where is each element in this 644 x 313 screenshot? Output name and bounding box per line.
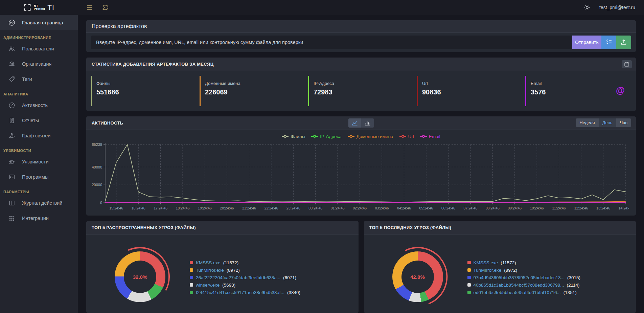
stat-tile-label: Файлы bbox=[96, 81, 183, 86]
wwwglobe-icon: WWW bbox=[289, 85, 300, 97]
legend-item[interactable]: Доменные имена bbox=[348, 134, 393, 139]
threat-name-link[interactable]: TunMirror.exe bbox=[474, 268, 502, 273]
threat-legend-row: 26af2222204fca27c0fdabf9eefbfdb638a... (… bbox=[190, 274, 300, 281]
line-chart-toggle-button[interactable] bbox=[348, 118, 361, 128]
stat-tile-value: 226069 bbox=[205, 88, 292, 96]
threat-name-link[interactable]: winserv.exe bbox=[196, 283, 220, 288]
sidebar-item-activity[interactable]: Активность bbox=[0, 97, 78, 113]
sidebar-item-journal[interactable]: Журнал действий bbox=[0, 195, 78, 210]
submit-button[interactable]: Отправить bbox=[572, 36, 601, 49]
threat-name-link[interactable]: TunMirror.exe bbox=[196, 268, 224, 273]
legend-item[interactable]: Url bbox=[399, 134, 414, 139]
top-common-threats-body: 32.0% KMSSS.exe (11572) TunMirror.exe (8… bbox=[86, 234, 359, 309]
hamburger-menu-button[interactable] bbox=[87, 5, 93, 10]
svg-text:20000: 20000 bbox=[92, 183, 102, 187]
artifact-search-input[interactable] bbox=[91, 36, 572, 49]
activity-icon bbox=[8, 102, 15, 109]
svg-text:@: @ bbox=[616, 85, 625, 95]
sidebar-item-bug[interactable]: Уязвимости bbox=[0, 154, 78, 169]
calendar-button[interactable] bbox=[622, 60, 632, 68]
threat-legend-row: 97b4d943605bbb3878f952e05bdebadec13... (… bbox=[467, 274, 581, 281]
threat-name-link[interactable]: 26af2222204fca27c0fdabf9eefbfdb638a... bbox=[196, 275, 280, 280]
recent-threats-legend: KMSSS.exe (11572) TunMirror.exe (8972) 9… bbox=[467, 259, 581, 296]
donut-hole: 42.8% bbox=[401, 261, 434, 293]
svg-text:0: 0 bbox=[100, 201, 102, 205]
threat-marker bbox=[190, 268, 193, 272]
stats-card: СТАТИСТИКА ДОБАВЛЕНИЯ АРТЕФАКТОВ ЗА МЕСЯ… bbox=[86, 58, 636, 111]
activity-chart: 020000400006523815:24:4616:24:4617:24:46… bbox=[89, 140, 629, 213]
sidebar-section-title: АДМИНИСТРИРОВАНИЕ bbox=[0, 36, 78, 40]
user-email[interactable]: test_pmi@test.ru bbox=[599, 5, 635, 10]
at-icon: @ bbox=[615, 85, 626, 97]
upload-button[interactable] bbox=[616, 36, 631, 49]
sidebar-item-integrations[interactable]: Интеграции bbox=[0, 210, 78, 226]
stat-tile-value: 3576 bbox=[531, 88, 618, 96]
threat-name-link[interactable]: ed01ebfbc9eb5bbea545af4d01bf5f10716... bbox=[474, 290, 561, 295]
sidebar-section-title: УЯЗВИМОСТИ bbox=[0, 149, 78, 153]
sidebar-item-terminal[interactable]: Программы bbox=[0, 169, 78, 184]
svg-text:02:24:46: 02:24:46 bbox=[353, 206, 367, 210]
period-button-неделя[interactable]: Неделя bbox=[576, 118, 598, 127]
legend-item[interactable]: IP-Адреса bbox=[311, 134, 341, 139]
svg-text:21:24:46: 21:24:46 bbox=[242, 206, 256, 210]
checklist-button[interactable] bbox=[601, 36, 616, 49]
artifact-check-body: Отправить bbox=[86, 33, 636, 52]
sidebar-item-label: Пользователи bbox=[22, 46, 54, 51]
svg-text:04:24:46: 04:24:46 bbox=[397, 206, 411, 210]
stats-tiles: Файлы 551686 Доменные имена 226069 WWWIP… bbox=[86, 71, 636, 111]
threat-count: (8972) bbox=[504, 268, 517, 273]
period-button-день[interactable]: День bbox=[599, 118, 616, 127]
upload-icon bbox=[620, 39, 627, 46]
sidebar-item-label: Интеграции bbox=[22, 216, 49, 221]
sidebar-item-graph[interactable]: Граф связей bbox=[0, 128, 78, 143]
legend-label: Url bbox=[408, 134, 414, 139]
svg-text:19:24:46: 19:24:46 bbox=[198, 206, 212, 210]
threat-count: (2114) bbox=[567, 283, 580, 288]
top-recent-threats-title: ТОП 5 ПОСЛЕДНИХ УГРОЗ (ФАЙЛЫ) bbox=[369, 225, 452, 230]
threat-count: (11572) bbox=[223, 260, 239, 265]
stat-tile-file: Файлы 551686 bbox=[91, 76, 197, 106]
threat-name-link[interactable]: 40b865d1c3ab1b8544bcf57c88edd306798... bbox=[474, 283, 564, 288]
checklist-icon bbox=[605, 39, 613, 46]
legend-marker-icon bbox=[399, 135, 406, 138]
legend-marker-icon bbox=[348, 135, 354, 138]
threat-marker bbox=[190, 283, 193, 287]
stat-tile-value: 90836 bbox=[422, 88, 509, 96]
theme-toggle-sun-icon[interactable] bbox=[584, 4, 591, 11]
donut-hole: 32.0% bbox=[124, 261, 156, 293]
top-recent-threats-body: 42.8% KMSSS.exe (11572) TunMirror.exe (8… bbox=[364, 234, 636, 309]
sidebar-item-broadcast[interactable]: Главная страница bbox=[0, 15, 78, 30]
sidebar-item-organization[interactable]: Организация bbox=[0, 56, 78, 71]
sidebar-section-title: ПАРАМЕТРЫ bbox=[0, 190, 78, 194]
top-common-threats-title: ТОП 5 РАСПРОСТРАНЕННЫХ УГРОЗ (ФАЙЛЫ) bbox=[92, 225, 196, 230]
stat-tile-label: Url bbox=[422, 81, 509, 86]
legend-marker-icon bbox=[420, 135, 427, 138]
threat-marker bbox=[467, 261, 471, 264]
period-button-час[interactable]: Час bbox=[616, 118, 631, 127]
sidebar-item-users[interactable]: Пользователи bbox=[0, 41, 78, 56]
svg-text:12:24:46: 12:24:46 bbox=[574, 206, 588, 210]
threat-marker bbox=[190, 276, 193, 279]
svg-text:15:24:46: 15:24:46 bbox=[109, 206, 123, 210]
brand-logo[interactable]: RT Protect TI bbox=[0, 0, 78, 15]
chart-type-toggle bbox=[348, 118, 374, 128]
sidebar-item-tag[interactable]: Теги bbox=[0, 71, 78, 87]
threat-count: (6071) bbox=[283, 275, 296, 280]
bar-chart-toggle-button[interactable] bbox=[361, 118, 374, 128]
threat-name-link[interactable]: KMSSS.exe bbox=[196, 260, 221, 265]
file-icon bbox=[181, 85, 191, 97]
legend-item[interactable]: Файлы bbox=[282, 134, 305, 139]
threat-legend-row: ed01ebfbc9eb5bbea545af4d01bf5f10716... (… bbox=[467, 289, 581, 296]
legend-item[interactable]: Email bbox=[420, 134, 440, 139]
threat-name-link[interactable]: 97b4d943605bbb3878f952e05bdebadec13... bbox=[474, 275, 565, 280]
threat-cards-row: ТОП 5 РАСПРОСТРАНЕННЫХ УГРОЗ (ФАЙЛЫ) 32.… bbox=[86, 221, 636, 313]
sidebar-item-label: Граф связей bbox=[22, 133, 50, 138]
flag-label-button[interactable] bbox=[102, 4, 109, 10]
threat-name-link[interactable]: f24415c41d41cccc59171ace38e9bd533af... bbox=[196, 290, 284, 295]
svg-text:20:24:46: 20:24:46 bbox=[220, 206, 234, 210]
legend-marker-icon bbox=[282, 135, 289, 138]
sidebar-item-report[interactable]: Отчеты bbox=[0, 113, 78, 128]
sidebar-section-title: АНАЛИТИКА bbox=[0, 92, 78, 96]
svg-text:03:24:46: 03:24:46 bbox=[375, 206, 389, 210]
threat-name-link[interactable]: KMSSS.exe bbox=[474, 260, 498, 265]
